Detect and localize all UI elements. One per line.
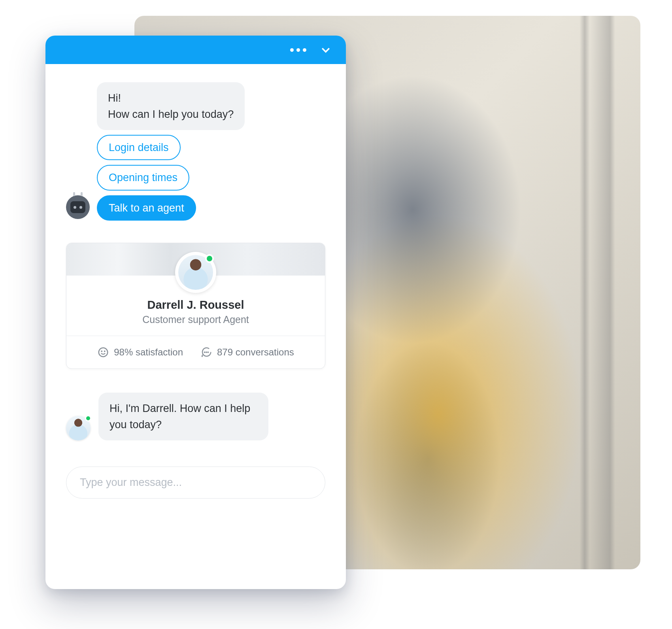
message-input-row [66,467,325,499]
agent-message-row: Hi, I'm Darrell. How can I help you toda… [66,393,325,440]
more-options-button[interactable] [290,48,306,52]
agent-small-avatar-wrap [66,416,91,440]
agent-message-bubble: Hi, I'm Darrell. How can I help you toda… [98,393,268,440]
agent-name: Darrell J. Roussel [74,298,317,312]
stat-conversations-text: 879 conversations [217,347,294,358]
stat-satisfaction-text: 98% satisfaction [114,347,183,358]
quick-reply-opening-times[interactable]: Opening times [97,165,189,190]
quick-reply-login[interactable]: Login details [97,135,181,160]
agent-cover [66,243,325,276]
svg-point-4 [206,352,207,353]
minimize-button[interactable] [320,44,332,56]
smile-icon [97,346,109,358]
bot-message-row: Hi! How can I help you today? Login deta… [66,82,325,221]
bot-greeting-line1: Hi! [108,90,234,106]
status-online-icon [85,415,91,421]
svg-point-0 [99,348,108,357]
message-input[interactable] [66,467,325,499]
agent-stats: 98% satisfaction 879 conversations [66,336,325,368]
svg-point-3 [204,352,205,353]
chat-header [45,36,346,64]
agent-card: Darrell J. Roussel Customer support Agen… [66,243,325,369]
bot-message-column: Hi! How can I help you today? Login deta… [97,82,245,221]
more-horizontal-icon [290,48,306,52]
bot-avatar [66,195,90,219]
svg-point-5 [208,352,209,353]
svg-point-2 [104,351,105,352]
stat-conversations: 879 conversations [200,346,294,358]
chat-body: Hi! How can I help you today? Login deta… [45,64,346,589]
chevron-down-icon [320,44,332,56]
agent-role: Customer support Agent [74,314,317,325]
bot-greeting-line2: How can I help you today? [108,106,234,123]
svg-point-1 [102,351,102,352]
bot-greeting-bubble: Hi! How can I help you today? [97,82,245,130]
chat-icon [200,346,212,358]
status-online-icon [205,254,214,263]
quick-reply-talk-to-agent[interactable]: Talk to an agent [97,195,196,221]
chat-widget: Hi! How can I help you today? Login deta… [45,36,346,589]
robot-icon [70,201,85,213]
agent-avatar-wrap [175,252,216,293]
stat-satisfaction: 98% satisfaction [97,346,183,358]
